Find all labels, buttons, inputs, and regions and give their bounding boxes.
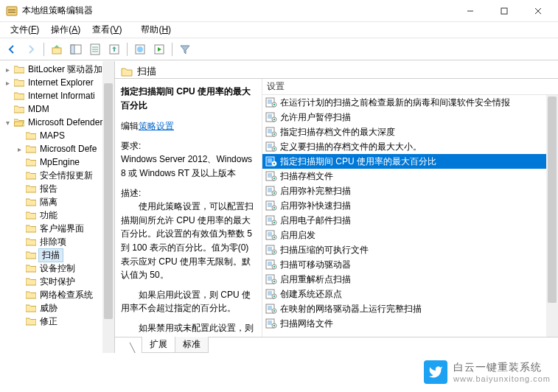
- list-item-label: 启用弥补快速扫描: [280, 200, 351, 212]
- list-item[interactable]: 启用弥补完整扫描: [262, 183, 558, 198]
- tree-node-label: 客户端界面: [38, 223, 86, 235]
- filter-button[interactable]: [176, 41, 194, 58]
- maximize-button[interactable]: [487, 0, 521, 22]
- list-item[interactable]: 启用电子邮件扫描: [262, 213, 558, 228]
- tree-node[interactable]: MAPS: [0, 129, 114, 142]
- forward-button[interactable]: [22, 41, 40, 58]
- up-button[interactable]: [48, 41, 66, 58]
- list-item-label: 启用弥补完整扫描: [280, 185, 351, 197]
- tree-node[interactable]: 设备控制: [0, 262, 114, 275]
- list-item-label: 启用电子邮件扫描: [280, 214, 351, 227]
- folder-icon: [121, 66, 133, 77]
- tree-node[interactable]: MDM: [0, 102, 114, 116]
- svg-rect-1: [8, 10, 15, 10]
- list-item[interactable]: 启用重解析点扫描: [262, 272, 558, 287]
- tree-node-label: 报告: [38, 183, 59, 195]
- tree-node[interactable]: 隔离: [0, 195, 114, 209]
- tree-node-label: MpEngine: [38, 157, 81, 167]
- folder-icon: [26, 290, 36, 299]
- tab-diagonal: ╲: [130, 343, 142, 353]
- list-item[interactable]: 扫描存档文件: [262, 169, 558, 183]
- tree-node[interactable]: ▸Internet Explorer: [0, 76, 114, 89]
- folder-icon: [26, 131, 36, 140]
- folder-icon: [26, 184, 36, 193]
- menu-view[interactable]: 查看(V): [86, 22, 128, 38]
- tree-node-label: 隔离: [38, 196, 59, 209]
- tree-node[interactable]: 修正: [0, 315, 114, 328]
- tree-scrollbar[interactable]: [102, 61, 114, 353]
- requirements-text: Windows Server 2012、Windows 8 或 Windows …: [121, 153, 254, 180]
- minimize-button[interactable]: [453, 0, 487, 22]
- tree-node[interactable]: 功能: [0, 209, 114, 222]
- policy-icon: [265, 274, 277, 284]
- list-column-header[interactable]: 设置: [262, 79, 558, 95]
- tab-extended[interactable]: 扩展: [142, 337, 175, 353]
- menu-help[interactable]: 帮助(H): [135, 22, 177, 38]
- tree-node[interactable]: MpEngine: [0, 155, 114, 169]
- list-item-label: 在映射的网络驱动器上运行完整扫描: [280, 303, 422, 315]
- list-item[interactable]: 启用启发: [262, 228, 558, 242]
- list-scrollbar[interactable]: [546, 95, 558, 337]
- list-item[interactable]: 指定扫描存档文件的最大深度: [262, 125, 558, 139]
- show-hide-tree-button[interactable]: [67, 41, 85, 58]
- twisty-icon[interactable]: ▸: [15, 145, 24, 153]
- properties-button[interactable]: [86, 41, 104, 58]
- list-item-label: 扫描压缩的可执行文件: [280, 244, 369, 256]
- svg-rect-7: [52, 48, 61, 54]
- folder-icon: [14, 65, 24, 74]
- tree-node[interactable]: 实时保护: [0, 275, 114, 288]
- list-item[interactable]: 定义要扫描的存档文件的最大大小。: [262, 139, 558, 154]
- view-tabs: ╲ 扩展 标准: [115, 337, 558, 353]
- description-p1: 使用此策略设置，可以配置扫描期间所允许 CPU 使用率的最大百分比。此设置的有效…: [121, 200, 254, 282]
- twisty-icon[interactable]: ▸: [3, 79, 12, 87]
- list-item[interactable]: 指定扫描期间 CPU 使用率的最大百分比: [262, 154, 558, 169]
- svg-point-101: [273, 295, 275, 297]
- tree-scroll-thumb[interactable]: [104, 83, 113, 319]
- tree-pane: ▸BitLocker 驱动器加▸Internet ExplorerInterne…: [0, 61, 115, 353]
- svg-rect-0: [7, 7, 17, 15]
- tab-standard[interactable]: 标准: [175, 337, 209, 353]
- list-item-label: 扫描网络文件: [280, 318, 333, 330]
- tree-node[interactable]: 报告: [0, 182, 114, 195]
- requirements-label: 要求:: [121, 139, 254, 153]
- menu-file[interactable]: 文件(F): [4, 22, 45, 38]
- list-item[interactable]: 在映射的网络驱动器上运行完整扫描: [262, 301, 558, 316]
- back-button[interactable]: [3, 41, 21, 58]
- tree-node[interactable]: 排除项: [0, 235, 114, 248]
- tree-node[interactable]: 网络检查系统: [0, 288, 114, 301]
- svg-point-23: [273, 104, 275, 105]
- list-scroll-thumb[interactable]: [548, 97, 557, 303]
- window-title: 本地组策略编辑器: [22, 4, 453, 17]
- tree-node[interactable]: ▾Microsoft Defender: [0, 116, 114, 129]
- tree-node[interactable]: 扫描: [0, 248, 114, 262]
- twisty-icon[interactable]: ▸: [3, 66, 12, 74]
- help-button[interactable]: [131, 41, 149, 58]
- list-item[interactable]: 在运行计划的扫描之前检查最新的病毒和间谍软件安全情报: [262, 95, 558, 110]
- svg-point-89: [273, 266, 275, 267]
- tree-node[interactable]: 威胁: [0, 301, 114, 315]
- tree-node[interactable]: 客户端界面: [0, 222, 114, 235]
- svg-point-35: [273, 133, 275, 135]
- tree-node-label: BitLocker 驱动器加: [27, 63, 104, 76]
- edit-policy-link[interactable]: 策略设置: [139, 121, 174, 131]
- twisty-icon[interactable]: ▾: [3, 119, 12, 127]
- tree-node[interactable]: Internet Informati: [0, 89, 114, 102]
- export-button[interactable]: [105, 41, 123, 58]
- menu-action[interactable]: 操作(A): [45, 22, 86, 38]
- tree-node[interactable]: ▸BitLocker 驱动器加: [0, 63, 114, 76]
- play-button[interactable]: [150, 41, 168, 58]
- tree-node[interactable]: 安全情报更新: [0, 169, 114, 182]
- list-item[interactable]: 扫描网络文件: [262, 316, 558, 331]
- close-button[interactable]: [521, 0, 555, 22]
- list-item[interactable]: 创建系统还原点: [262, 287, 558, 301]
- list-item[interactable]: 启用弥补快速扫描: [262, 198, 558, 213]
- content-header: 扫描: [115, 61, 558, 79]
- separator: [172, 43, 172, 56]
- list-item[interactable]: 允许用户暂停扫描: [262, 110, 558, 125]
- list-item[interactable]: 扫描可移动驱动器: [262, 257, 558, 272]
- content-header-title: 扫描: [137, 65, 156, 78]
- tree-node-label: 威胁: [38, 302, 59, 315]
- list-item[interactable]: 扫描压缩的可执行文件: [262, 242, 558, 257]
- list-item-label: 在运行计划的扫描之前检查最新的病毒和间谍软件安全情报: [280, 97, 510, 109]
- tree-node[interactable]: ▸Microsoft Defe: [0, 142, 114, 155]
